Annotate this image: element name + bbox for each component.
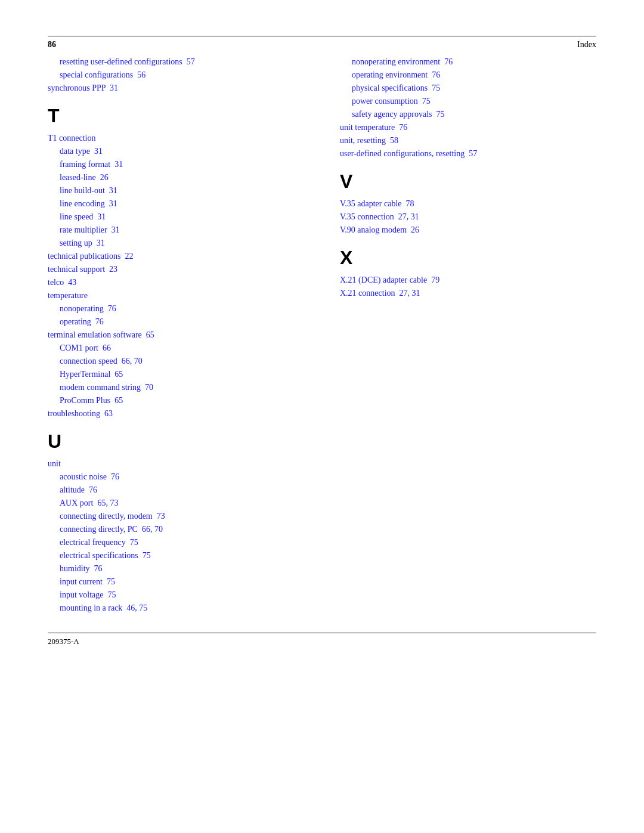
list-item: V.35 adapter cable 78 — [340, 197, 596, 210]
pre-t-items: resetting user-defined configurations 57… — [48, 55, 304, 94]
link-acoustic-noise[interactable]: acoustic noise 76 — [60, 472, 119, 481]
list-item: troubleshooting 63 — [48, 407, 304, 420]
link-line-speed[interactable]: line speed 31 — [60, 212, 106, 221]
link-connection-speed[interactable]: connection speed 66, 70 — [60, 357, 143, 366]
list-item: setting up 31 — [48, 237, 304, 249]
link-line-build-out[interactable]: line build-out 31 — [60, 186, 117, 195]
link-setting-up[interactable]: setting up 31 — [60, 239, 105, 247]
link-unit[interactable]: unit — [48, 459, 61, 468]
list-item: connection speed 66, 70 — [48, 355, 304, 367]
list-item: data type 31 — [48, 145, 304, 157]
link-nonoperating-temp[interactable]: nonoperating 76 — [60, 304, 116, 313]
link-operating-temp[interactable]: operating 76 — [60, 317, 104, 326]
link-special-configurations[interactable]: special configurations 56 — [60, 70, 145, 79]
link-modem-command-string[interactable]: modem command string 70 — [60, 383, 153, 392]
link-technical-publications[interactable]: technical publications 22 — [48, 252, 133, 261]
list-item: operating environment 76 — [340, 69, 596, 81]
pre-v-items: nonoperating environment 76 operating en… — [340, 55, 596, 160]
link-troubleshooting[interactable]: troubleshooting 63 — [48, 409, 113, 418]
link-v35-adapter-cable[interactable]: V.35 adapter cable 78 — [340, 199, 414, 208]
list-item: synchronous PPP 31 — [48, 82, 304, 94]
link-operating-environment[interactable]: operating environment 76 — [352, 70, 440, 79]
header-title: Index — [577, 40, 596, 49]
right-column: nonoperating environment 76 operating en… — [340, 55, 596, 615]
list-item: rate multiplier 31 — [48, 224, 304, 236]
section-u-letter: U — [48, 431, 304, 453]
list-item: altitude 76 — [48, 484, 304, 496]
list-item: X.21 connection 27, 31 — [340, 287, 596, 299]
list-item: X.21 (DCE) adapter cable 79 — [340, 274, 596, 286]
link-t1-connection[interactable]: T1 connection — [48, 134, 95, 143]
link-v90-analog-modem[interactable]: V.90 analog modem 26 — [340, 225, 419, 234]
link-x21-connection[interactable]: X.21 connection 27, 31 — [340, 289, 420, 298]
link-connecting-directly-modem[interactable]: connecting directly, modem 73 — [60, 512, 165, 521]
link-altitude[interactable]: altitude 76 — [60, 485, 97, 494]
content-area: resetting user-defined configurations 57… — [48, 55, 596, 615]
list-item: COM1 port 66 — [48, 342, 304, 354]
link-aux-port[interactable]: AUX port 65, 73 — [60, 498, 118, 507]
list-item: line encoding 31 — [48, 197, 304, 210]
section-x-letter: X — [340, 247, 596, 269]
list-item: electrical frequency 75 — [48, 536, 304, 549]
link-connecting-directly-pc[interactable]: connecting directly, PC 66, 70 — [60, 525, 163, 534]
link-data-type[interactable]: data type 31 — [60, 147, 103, 156]
list-item: electrical specifications 75 — [48, 549, 304, 562]
list-item: mounting in a rack 46, 75 — [48, 602, 304, 614]
list-item: connecting directly, modem 73 — [48, 510, 304, 522]
top-rule — [48, 36, 596, 36]
list-item: connecting directly, PC 66, 70 — [48, 523, 304, 535]
link-electrical-specifications[interactable]: electrical specifications 75 — [60, 551, 151, 560]
list-item: HyperTerminal 65 — [48, 368, 304, 380]
link-rate-multiplier[interactable]: rate multiplier 31 — [60, 225, 120, 234]
list-item: power consumption 75 — [340, 95, 596, 107]
link-line-encoding[interactable]: line encoding 31 — [60, 199, 117, 208]
list-item: AUX port 65, 73 — [48, 497, 304, 509]
link-unit-resetting[interactable]: unit, resetting 58 — [340, 136, 398, 145]
section-t-letter: T — [48, 105, 304, 127]
list-item: safety agency approvals 75 — [340, 108, 596, 120]
link-user-defined-configurations[interactable]: user-defined configurations, resetting 5… — [340, 149, 477, 158]
link-safety-agency-approvals[interactable]: safety agency approvals 75 — [352, 110, 445, 119]
list-item: unit — [48, 457, 304, 470]
link-synchronous-ppp[interactable]: synchronous PPP 31 — [48, 83, 118, 92]
link-unit-temperature[interactable]: unit temperature 76 — [340, 123, 407, 132]
link-mounting-in-a-rack[interactable]: mounting in a rack 46, 75 — [60, 603, 147, 612]
link-procomm-plus[interactable]: ProComm Plus 65 — [60, 396, 123, 405]
link-resetting-user-defined[interactable]: resetting user-defined configurations 57 — [60, 57, 195, 66]
list-item: resetting user-defined configurations 57 — [48, 55, 304, 68]
link-electrical-frequency[interactable]: electrical frequency 75 — [60, 538, 138, 547]
list-item: input current 75 — [48, 575, 304, 588]
link-power-consumption[interactable]: power consumption 75 — [352, 97, 431, 106]
link-input-voltage[interactable]: input voltage 75 — [60, 590, 116, 599]
list-item: input voltage 75 — [48, 589, 304, 601]
list-item: special configurations 56 — [48, 69, 304, 81]
footer: 209375-A — [48, 637, 596, 646]
link-nonoperating-environment[interactable]: nonoperating environment 76 — [352, 57, 453, 66]
link-telco[interactable]: telco 43 — [48, 278, 76, 287]
list-item: V.35 connection 27, 31 — [340, 210, 596, 223]
list-item: leased-line 26 — [48, 171, 304, 184]
left-column: resetting user-defined configurations 57… — [48, 55, 304, 615]
link-technical-support[interactable]: technical support 23 — [48, 265, 117, 274]
page-number: 86 — [48, 40, 56, 49]
link-framing-format[interactable]: framing format 31 — [60, 160, 123, 169]
list-item: line speed 31 — [48, 210, 304, 223]
list-item: unit, resetting 58 — [340, 134, 596, 147]
link-physical-specifications[interactable]: physical specifications 75 — [352, 83, 440, 92]
link-com1-port[interactable]: COM1 port 66 — [60, 343, 111, 352]
link-x21-dce-adapter-cable[interactable]: X.21 (DCE) adapter cable 79 — [340, 275, 439, 284]
list-item: humidity 76 — [48, 562, 304, 575]
list-item: nonoperating 76 — [48, 302, 304, 315]
link-v35-connection[interactable]: V.35 connection 27, 31 — [340, 212, 419, 221]
list-item: T1 connection — [48, 132, 304, 144]
link-humidity[interactable]: humidity 76 — [60, 564, 103, 573]
list-item: nonoperating environment 76 — [340, 55, 596, 68]
link-leased-line[interactable]: leased-line 26 — [60, 173, 109, 182]
list-item: unit temperature 76 — [340, 121, 596, 134]
link-terminal-emulation[interactable]: terminal emulation software 65 — [48, 330, 154, 339]
link-temperature[interactable]: temperature — [48, 291, 88, 300]
list-item: technical publications 22 — [48, 250, 304, 262]
link-input-current[interactable]: input current 75 — [60, 577, 115, 586]
list-item: terminal emulation software 65 — [48, 329, 304, 341]
link-hyperterminal[interactable]: HyperTerminal 65 — [60, 370, 123, 379]
